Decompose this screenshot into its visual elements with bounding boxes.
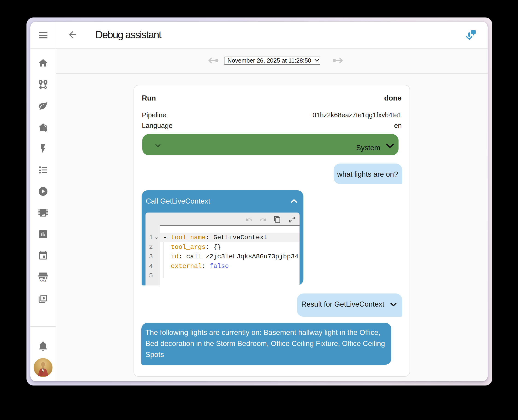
svg-text:HACS: HACS — [40, 279, 46, 282]
